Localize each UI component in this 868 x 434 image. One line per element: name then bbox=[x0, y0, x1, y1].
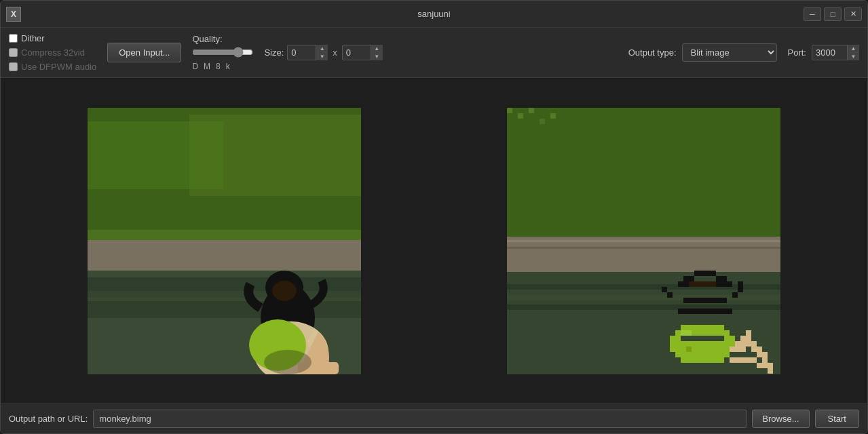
svg-rect-39 bbox=[716, 276, 721, 281]
svg-rect-57 bbox=[716, 298, 721, 303]
output-type-section: Output type: Blit image 32vid NFP palett… bbox=[628, 43, 777, 62]
close-button[interactable]: ✕ bbox=[844, 7, 862, 21]
svg-rect-140 bbox=[735, 341, 740, 347]
svg-rect-90 bbox=[697, 330, 702, 336]
svg-rect-111 bbox=[681, 347, 686, 352]
titlebar-left: X bbox=[6, 7, 21, 22]
svg-rect-22 bbox=[518, 113, 523, 119]
svg-rect-112 bbox=[686, 347, 692, 352]
compress32vid-checkbox[interactable] bbox=[9, 48, 18, 57]
svg-rect-34 bbox=[689, 276, 694, 281]
minimize-button[interactable]: ─ bbox=[804, 7, 821, 21]
size-width-down[interactable]: ▼ bbox=[316, 53, 328, 61]
svg-rect-69 bbox=[667, 292, 673, 298]
use-dfpwm-checkbox[interactable] bbox=[9, 62, 18, 71]
svg-rect-82 bbox=[713, 325, 719, 330]
quality-mark-m: M bbox=[204, 62, 210, 71]
svg-rect-93 bbox=[713, 330, 719, 336]
svg-rect-143 bbox=[740, 341, 746, 347]
use-dfpwm-checkbox-item[interactable]: Use DFPWM audio bbox=[9, 62, 96, 72]
svg-rect-101 bbox=[692, 341, 697, 347]
compress32vid-checkbox-item[interactable]: Compress 32vid bbox=[9, 47, 96, 58]
quality-slider[interactable] bbox=[192, 47, 253, 58]
svg-rect-108 bbox=[730, 341, 735, 347]
restore-button[interactable]: □ bbox=[824, 7, 842, 21]
svg-rect-145 bbox=[746, 330, 751, 336]
svg-rect-117 bbox=[713, 347, 719, 352]
quality-label: Quality: bbox=[192, 34, 253, 44]
start-button[interactable]: Start bbox=[815, 410, 859, 428]
svg-rect-58 bbox=[721, 298, 727, 303]
svg-rect-128 bbox=[713, 352, 719, 357]
svg-rect-87 bbox=[681, 330, 686, 336]
svg-rect-124 bbox=[692, 352, 697, 357]
svg-rect-72 bbox=[738, 287, 743, 292]
size-width-up[interactable]: ▲ bbox=[316, 45, 328, 53]
size-height-up[interactable]: ▲ bbox=[371, 45, 383, 53]
svg-rect-123 bbox=[686, 352, 692, 357]
output-path-input[interactable] bbox=[93, 410, 747, 428]
svg-rect-25 bbox=[550, 113, 556, 119]
svg-rect-91 bbox=[702, 330, 708, 336]
quality-mark-d: D bbox=[192, 62, 198, 71]
svg-rect-79 bbox=[697, 325, 702, 330]
dither-checkbox-item[interactable]: Dither bbox=[9, 33, 96, 43]
svg-rect-125 bbox=[697, 352, 702, 357]
quality-mark-k: k bbox=[226, 62, 230, 71]
titlebar: X sanjuuni ─ □ ✕ bbox=[1, 1, 867, 28]
svg-rect-98 bbox=[675, 341, 681, 347]
svg-rect-121 bbox=[675, 352, 681, 357]
svg-rect-26 bbox=[507, 237, 780, 274]
port-down[interactable]: ▼ bbox=[847, 53, 859, 61]
port-label: Port: bbox=[788, 47, 806, 58]
svg-rect-141 bbox=[735, 347, 740, 352]
svg-rect-44 bbox=[694, 281, 700, 287]
svg-rect-92 bbox=[708, 330, 713, 336]
dither-label[interactable]: Dither bbox=[21, 33, 45, 43]
svg-rect-102 bbox=[697, 341, 702, 347]
browse-button[interactable]: Browse... bbox=[752, 410, 809, 428]
svg-rect-138 bbox=[719, 357, 724, 363]
svg-rect-104 bbox=[708, 341, 713, 347]
size-height-down[interactable]: ▼ bbox=[371, 53, 383, 61]
svg-rect-24 bbox=[540, 119, 545, 124]
svg-rect-155 bbox=[735, 357, 740, 363]
svg-rect-148 bbox=[751, 341, 757, 347]
svg-rect-119 bbox=[724, 347, 730, 352]
svg-rect-65 bbox=[711, 309, 716, 314]
svg-rect-51 bbox=[683, 298, 689, 303]
svg-rect-21 bbox=[507, 108, 512, 113]
svg-rect-131 bbox=[681, 357, 686, 363]
open-input-button[interactable]: Open Input... bbox=[107, 43, 181, 62]
svg-rect-62 bbox=[694, 309, 700, 314]
svg-rect-151 bbox=[757, 352, 762, 357]
svg-rect-9 bbox=[88, 301, 361, 318]
port-up[interactable]: ▲ bbox=[847, 45, 859, 53]
svg-rect-134 bbox=[697, 357, 702, 363]
svg-rect-152 bbox=[762, 352, 768, 357]
svg-rect-154 bbox=[730, 357, 735, 363]
svg-rect-144 bbox=[740, 347, 746, 352]
svg-rect-47 bbox=[711, 281, 716, 287]
svg-rect-50 bbox=[727, 281, 732, 287]
checkbox-group: Dither Compress 32vid Use DFPWM audio bbox=[9, 33, 96, 72]
svg-rect-42 bbox=[683, 281, 689, 287]
svg-rect-5 bbox=[88, 240, 361, 274]
output-type-select[interactable]: Blit image 32vid NFP palette Raw bbox=[682, 43, 777, 62]
svg-rect-48 bbox=[716, 281, 721, 287]
app-icon: X bbox=[6, 7, 21, 22]
svg-rect-53 bbox=[694, 298, 700, 303]
svg-rect-132 bbox=[686, 357, 692, 363]
svg-rect-110 bbox=[675, 347, 681, 352]
svg-rect-109 bbox=[670, 347, 675, 352]
size-x-separator: x bbox=[333, 47, 337, 58]
svg-rect-122 bbox=[681, 352, 686, 357]
dither-checkbox[interactable] bbox=[9, 34, 18, 43]
port-spinners: ▲ ▼ bbox=[847, 45, 859, 60]
size-width-wrap: ▲ ▼ bbox=[287, 45, 328, 60]
svg-rect-83 bbox=[719, 325, 724, 330]
svg-rect-70 bbox=[662, 287, 667, 292]
svg-rect-157 bbox=[746, 357, 751, 363]
svg-rect-103 bbox=[702, 341, 708, 347]
port-section: Port: ▲ ▼ bbox=[788, 45, 859, 60]
